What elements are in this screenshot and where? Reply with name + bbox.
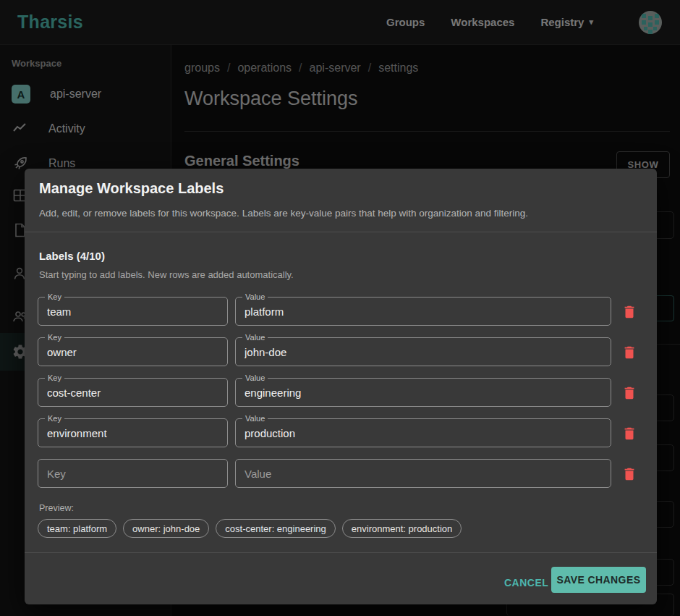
key-field: Key — [38, 337, 228, 366]
key-field-label: Key — [45, 292, 64, 302]
trash-icon — [621, 345, 637, 360]
trash-icon — [621, 466, 637, 482]
value-field: Value — [235, 418, 611, 447]
manage-labels-dialog: Manage Workspace Labels Add, edit, or re… — [25, 169, 657, 604]
value-field: Value — [235, 297, 611, 326]
value-field-label: Value — [242, 413, 268, 423]
value-field: Value — [235, 337, 611, 366]
key-input[interactable] — [38, 298, 227, 325]
cancel-button[interactable]: CANCEL — [497, 573, 556, 593]
key-input[interactable] — [38, 338, 227, 366]
key-input[interactable] — [38, 419, 227, 447]
label-row: Key Value — [38, 378, 650, 407]
delete-label-button[interactable] — [618, 422, 641, 445]
label-chip: environment: production — [342, 519, 462, 538]
delete-label-button[interactable] — [618, 463, 641, 486]
value-input[interactable] — [236, 379, 611, 406]
label-row: Key Value — [38, 337, 650, 366]
dialog-description: Add, edit, or remove labels for this wor… — [39, 208, 528, 219]
delete-label-button[interactable] — [618, 381, 641, 405]
key-input[interactable] — [38, 460, 227, 487]
label-row: Key Value — [38, 418, 650, 447]
label-chip: owner: john-doe — [123, 519, 209, 538]
labels-helper-text: Start typing to add labels. New rows are… — [39, 269, 294, 280]
value-input[interactable] — [236, 338, 611, 366]
value-input[interactable] — [236, 460, 611, 487]
dialog-footer-divider — [25, 552, 657, 553]
trash-icon — [621, 385, 637, 401]
preview-label: Preview: — [39, 503, 74, 513]
labels-count-heading: Labels (4/10) — [39, 250, 105, 262]
value-input[interactable] — [236, 419, 611, 447]
value-input[interactable] — [236, 298, 611, 325]
label-row-empty — [38, 459, 650, 488]
label-chip: cost-center: engineering — [216, 519, 335, 538]
trash-icon — [621, 304, 637, 320]
preview-chips: team: platform owner: john-doe cost-cent… — [38, 519, 462, 538]
label-chip: team: platform — [38, 519, 116, 538]
value-field-label: Value — [242, 332, 268, 342]
save-changes-button[interactable]: SAVE CHANGES — [551, 567, 646, 593]
app-root: Tharsis Groups Workspaces Registry ▾ — [0, 0, 680, 616]
value-field-label: Value — [242, 292, 268, 302]
trash-icon — [621, 426, 637, 442]
key-field-label: Key — [45, 332, 64, 342]
label-row: Key Value — [38, 297, 650, 326]
key-field-label: Key — [45, 373, 64, 383]
delete-label-button[interactable] — [618, 300, 641, 324]
key-field-label: Key — [45, 413, 64, 423]
key-field: Key — [38, 378, 228, 407]
key-field — [38, 459, 228, 488]
key-field: Key — [38, 297, 228, 326]
dialog-title: Manage Workspace Labels — [39, 180, 224, 197]
value-field-label: Value — [242, 373, 268, 383]
delete-label-button[interactable] — [618, 341, 641, 364]
value-field — [235, 459, 611, 488]
value-field: Value — [235, 378, 611, 407]
key-input[interactable] — [38, 379, 227, 406]
key-field: Key — [38, 418, 228, 447]
dialog-header-divider — [25, 232, 657, 232]
